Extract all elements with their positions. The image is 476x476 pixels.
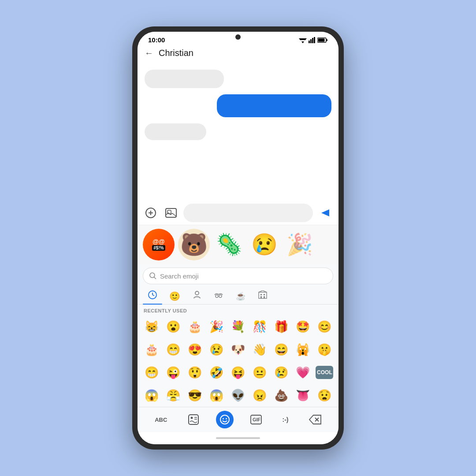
gif-icon: GIF xyxy=(250,415,262,424)
svg-point-38 xyxy=(226,418,227,420)
emoji-pouting[interactable]: 😠 xyxy=(249,386,270,405)
search-icon xyxy=(149,272,156,279)
message-input[interactable] xyxy=(183,204,313,222)
svg-rect-29 xyxy=(264,296,265,298)
contact-name: Christian xyxy=(159,48,193,58)
emoji-sunglasses[interactable]: 😎 xyxy=(184,386,205,405)
kb-delete-button[interactable] xyxy=(305,412,325,427)
kb-abc-button[interactable]: ABC xyxy=(151,414,171,426)
emoji-poop[interactable]: 💩 xyxy=(271,386,292,405)
svg-rect-27 xyxy=(264,294,265,295)
kb-emoticon-button[interactable]: :-) xyxy=(279,413,292,426)
add-button[interactable] xyxy=(143,205,159,221)
message-bubble-received-2 xyxy=(145,123,206,140)
emoji-cool-badge[interactable]: COOL xyxy=(314,363,335,382)
emoji-star-struck[interactable]: 🤩 xyxy=(293,317,313,336)
svg-point-37 xyxy=(223,418,224,420)
wifi-icon xyxy=(299,37,307,43)
emoji-search-row: Search emoji xyxy=(138,264,338,288)
emoji-astonished[interactable]: 😲 xyxy=(184,363,205,382)
sticker-strip: @@ #$!% 🐻 🦠 😢 🎉 xyxy=(138,225,338,264)
media-button[interactable] xyxy=(163,205,179,221)
emoji-rofl[interactable]: 🤣 xyxy=(206,363,227,382)
media-icon xyxy=(165,208,177,218)
emoji-birthday-cake[interactable]: 🎂 xyxy=(184,317,205,336)
search-placeholder: Search emoji xyxy=(160,272,199,280)
emoji-grin[interactable]: 😁 xyxy=(163,340,183,359)
emoji-cake[interactable]: 🎂 xyxy=(141,340,162,359)
emoji-shushing[interactable]: 🤫 xyxy=(314,340,335,359)
emoji-smiling[interactable]: 😊 xyxy=(314,317,335,336)
emoji-puppy[interactable]: 🐶 xyxy=(227,340,248,359)
emoji-heart-pink[interactable]: 💗 xyxy=(293,363,313,382)
emoji-grid-row3: 😁 😜 😲 🤣 😝 😐 😢 💗 COOL xyxy=(138,361,338,384)
kb-gif-button[interactable]: GIF xyxy=(247,412,265,427)
emoji-party-popper[interactable]: 🎉 xyxy=(206,317,227,336)
svg-rect-25 xyxy=(259,292,267,298)
emoji-hushed[interactable]: 😮 xyxy=(163,317,183,336)
signal-icon xyxy=(309,37,316,43)
sticker-item-1[interactable]: @@ #$!% xyxy=(143,229,175,260)
sticker-item-4[interactable]: 😢 xyxy=(249,229,280,260)
status-icons xyxy=(299,37,328,43)
tab-smileys[interactable]: 🙂 xyxy=(164,288,186,304)
svg-point-17 xyxy=(150,273,155,278)
person-icon xyxy=(193,290,201,299)
emoji-crying[interactable]: 😢 xyxy=(206,340,227,359)
emoji-grid-row1: 😸 😮 🎂 🎉 💐 🎊 🎁 🤩 😊 xyxy=(138,315,338,338)
emoji-scream[interactable]: 😱 xyxy=(141,386,162,405)
emoji-open-mouth[interactable]: 😱 xyxy=(206,386,227,405)
svg-rect-9 xyxy=(318,38,325,41)
emoji-gift[interactable]: 🎁 xyxy=(271,317,292,336)
emoji-confetti[interactable]: 🎊 xyxy=(249,317,270,336)
svg-rect-26 xyxy=(260,294,262,295)
tab-activities[interactable] xyxy=(253,288,273,304)
emoji-waving[interactable]: 👋 xyxy=(249,340,270,359)
kb-sticker-button[interactable] xyxy=(184,411,203,428)
sticker-icon xyxy=(188,414,199,425)
emoji-category-tabs: 🙂 ☕ xyxy=(138,288,338,305)
tab-people[interactable] xyxy=(187,288,207,304)
svg-text:GIF: GIF xyxy=(253,417,261,422)
emoji-search-box[interactable]: Search emoji xyxy=(143,268,333,284)
svg-rect-28 xyxy=(260,296,262,298)
svg-line-18 xyxy=(154,277,156,279)
emoji-heart-eyes[interactable]: 😍 xyxy=(184,340,205,359)
svg-rect-3 xyxy=(309,41,310,43)
kb-emoji-button[interactable] xyxy=(216,411,234,428)
emoji-stuck-out-tongue[interactable]: 😜 xyxy=(163,363,183,382)
svg-point-23 xyxy=(216,295,218,298)
emoji-scream-cat[interactable]: 🙀 xyxy=(293,340,313,359)
sticker-item-5[interactable]: 🎉 xyxy=(284,229,316,260)
emoji-grid-row2: 🎂 😁 😍 😢 🐶 👋 😄 🙀 🤫 xyxy=(138,338,338,361)
emoji-crying-2[interactable]: 😢 xyxy=(271,363,292,382)
sticker-item-2[interactable]: 🐻 xyxy=(178,229,210,260)
emoji-anguished[interactable]: 😧 xyxy=(314,386,335,405)
svg-rect-8 xyxy=(326,39,327,41)
phone-frame: 10:00 xyxy=(132,26,344,450)
svg-point-22 xyxy=(195,291,199,295)
back-button[interactable]: ← xyxy=(145,48,153,58)
emoji-grid-row4: 😱 😤 😎 😱 👽 😠 💩 👅 😧 xyxy=(138,384,338,407)
emoji-neutral[interactable]: 😐 xyxy=(249,363,270,382)
tab-animals[interactable] xyxy=(208,288,229,304)
emoji-angry[interactable]: 😤 xyxy=(163,386,183,405)
sticker-item-3[interactable]: 🦠 xyxy=(213,229,245,260)
emoji-bouquet[interactable]: 💐 xyxy=(227,317,248,336)
battery-icon xyxy=(317,37,328,43)
send-button[interactable] xyxy=(317,205,333,221)
keyboard-bottom-bar: ABC xyxy=(138,407,338,432)
tab-recent[interactable] xyxy=(143,288,162,304)
svg-line-21 xyxy=(152,295,154,296)
emoji-alien[interactable]: 👽 xyxy=(227,386,248,405)
top-bar: ← Christian xyxy=(138,45,338,63)
tab-food[interactable]: ☕ xyxy=(231,289,251,304)
emoji-beaming[interactable]: 😁 xyxy=(141,363,162,382)
emoji-squinting-tongue[interactable]: 😝 xyxy=(227,363,248,382)
emoji-grinning-cat[interactable]: 😸 xyxy=(141,317,162,336)
home-bar xyxy=(216,437,260,439)
emoji-grinning[interactable]: 😄 xyxy=(271,340,292,359)
emoji-tongue[interactable]: 👅 xyxy=(293,386,313,405)
building-icon xyxy=(258,290,268,299)
svg-rect-6 xyxy=(314,37,315,43)
